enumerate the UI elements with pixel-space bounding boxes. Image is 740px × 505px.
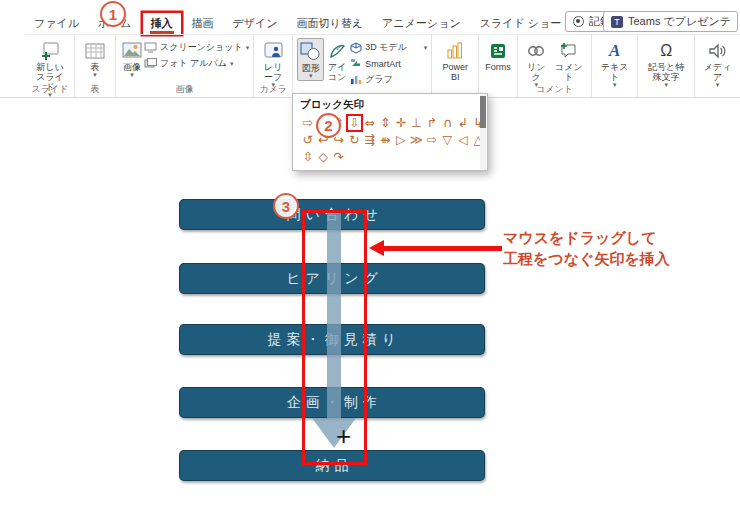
cameo-button[interactable]: レリーフ ▾ <box>258 38 288 89</box>
teams-button-label: Teams でプレゼンテ <box>628 14 731 29</box>
icons-label: アイコン <box>326 62 348 82</box>
ribbon: 新しいスライド ▾ スライド 表 ▾ 表 画像 ▾ <box>26 34 740 97</box>
ribbon-tab-2[interactable]: 挿入 <box>143 13 181 34</box>
link-chain-icon <box>526 39 546 62</box>
chevron-down-icon: ▾ <box>130 72 134 78</box>
chevron-down-icon: ▾ <box>309 73 313 79</box>
3d-models-button[interactable]: 3D モデル ▾ <box>350 40 427 55</box>
chart-icon <box>350 74 362 85</box>
step-1-badge: 1 <box>100 1 126 27</box>
powerbi-label: Power BI <box>438 62 472 82</box>
chevron-down-icon: ▾ <box>246 45 250 51</box>
table-icon <box>85 39 105 62</box>
annotation-line-2: 工程をつなぐ矢印を挿入 <box>503 248 670 269</box>
ribbon-tab-7[interactable]: スライド ショー <box>472 13 570 34</box>
text-a-icon: A <box>609 39 620 62</box>
ribbon-tab-5[interactable]: 画面切り替え <box>289 13 372 34</box>
camera-group-label: カメラ <box>254 83 292 96</box>
block-arrow-shape[interactable]: ⇶ <box>362 132 378 148</box>
teams-camera-icon: T <box>611 16 623 28</box>
chevron-down-icon: ▾ <box>613 82 617 88</box>
ribbon-tab-6[interactable]: アニメーション <box>374 13 469 34</box>
screenshot-label: スクリーンショット <box>160 41 243 54</box>
block-arrow-shape[interactable]: ↷ <box>331 149 347 165</box>
camera-group: レリーフ ▾ カメラ <box>254 35 293 97</box>
block-arrow-shape[interactable]: ↲ <box>455 115 471 131</box>
chevron-down-icon: ▾ <box>424 45 428 51</box>
comments-group-label: コメント <box>518 83 591 96</box>
block-arrow-shape[interactable]: ∩ <box>440 115 456 131</box>
powerbi-button[interactable]: Power BI <box>436 38 474 83</box>
smartart-icon <box>350 58 362 69</box>
block-arrow-shape[interactable]: ▷ <box>393 132 409 148</box>
forms-label: Forms <box>485 62 511 72</box>
links-comments-group: リンク ▾ コメント コメント <box>518 35 592 97</box>
block-arrow-shape[interactable]: ⇻ <box>378 132 394 148</box>
block-arrow-shape[interactable]: ⇨ <box>300 115 316 131</box>
screenshot-button[interactable]: スクリーンショット ▾ <box>144 40 249 55</box>
chevron-down-icon: ▾ <box>93 72 97 78</box>
step-3-badge: 3 <box>273 193 299 219</box>
ribbon-tab-0[interactable]: ファイル <box>26 13 87 34</box>
block-arrow-shape[interactable]: ◇ <box>316 149 332 165</box>
cameo-person-icon <box>264 39 283 62</box>
hummingbird-icon <box>328 39 347 62</box>
symbols-button[interactable]: Ω 記号と特殊文字 ▾ <box>642 38 690 89</box>
chart-button[interactable]: グラフ <box>350 72 427 87</box>
block-arrow-shape[interactable]: ⇳ <box>300 149 316 165</box>
chart-label: グラフ <box>365 73 393 86</box>
comment-bubble-icon <box>559 39 578 62</box>
speaker-icon <box>708 39 727 62</box>
forms-group: Forms <box>479 35 518 97</box>
photo-album-button[interactable]: フォト アルバム ▾ <box>144 56 249 71</box>
table-group-label: 表 <box>75 83 115 96</box>
powerpoint-window: ファイルホーム挿入描画デザイン画面切り替えアニメーションスライド ショー記録校閲… <box>0 0 740 505</box>
omega-icon: Ω <box>660 39 672 62</box>
crosshair-cursor: + <box>336 423 351 449</box>
block-arrow-shape[interactable]: ⇩ <box>347 115 363 131</box>
block-arrow-shape[interactable]: ◁ <box>455 132 471 148</box>
smartart-button[interactable]: SmartArt <box>350 56 427 71</box>
new-slide-icon <box>40 39 60 62</box>
ribbon-tab-4[interactable]: デザイン <box>225 13 286 34</box>
step-2-badge: 2 <box>316 113 341 138</box>
link-button[interactable]: リンク ▾ <box>522 38 551 89</box>
screenshot-icon <box>144 42 157 53</box>
picture-button[interactable]: 画像 ▾ <box>120 38 144 79</box>
forms-icon <box>489 39 507 62</box>
block-arrow-shape[interactable]: ✛ <box>393 115 409 131</box>
3d-cube-icon <box>350 42 362 54</box>
chevron-down-icon: ▾ <box>716 82 720 88</box>
highlight-rectangle <box>302 210 367 465</box>
media-button[interactable]: メディア ▾ <box>699 38 736 89</box>
teams-present-button[interactable]: T Teams でプレゼンテ <box>603 11 738 32</box>
gallery-row-2: ⇳◇↷ <box>300 148 477 165</box>
powerbi-icon <box>446 39 464 62</box>
comment-button[interactable]: コメント <box>550 38 587 83</box>
icons-button[interactable]: アイコン <box>324 38 350 83</box>
block-arrow-shape[interactable]: ↺ <box>300 132 316 148</box>
block-arrow-shape[interactable]: ⊥ <box>409 115 425 131</box>
gallery-scrollbar-thumb[interactable] <box>480 96 486 128</box>
images-group: 画像 ▾ スクリーンショット ▾ フォト アルバム ▾ 画像 <box>116 35 254 97</box>
block-arrow-shape[interactable]: ⇔ <box>362 115 378 131</box>
symbols-label: 記号と特殊文字 <box>644 62 688 82</box>
forms-button[interactable]: Forms <box>483 38 513 73</box>
ribbon-tab-3[interactable]: 描画 <box>184 13 222 34</box>
symbols-group: Ω 記号と特殊文字 ▾ <box>638 35 695 97</box>
block-arrows-section-title: ブロック矢印 <box>300 98 477 112</box>
chevron-down-icon: ▾ <box>664 82 668 88</box>
table-button[interactable]: 表 ▾ <box>83 38 107 79</box>
media-group: メディア ▾ <box>695 35 740 97</box>
block-arrow-shape[interactable]: ≫ <box>409 132 425 148</box>
block-arrow-shape[interactable]: ↱ <box>424 115 440 131</box>
block-arrow-shape[interactable]: ↻ <box>347 132 363 148</box>
block-arrow-shape[interactable]: ▽ <box>440 132 456 148</box>
shapes-button[interactable]: 図形 ▾ <box>297 38 324 81</box>
chevron-down-icon: ▾ <box>230 61 234 67</box>
picture-icon <box>122 39 142 62</box>
annotation-arrow-line <box>383 246 502 251</box>
text-button[interactable]: A テキスト ▾ <box>596 38 633 89</box>
block-arrow-shape[interactable]: ⇕ <box>378 115 394 131</box>
block-arrow-shape[interactable]: ⇨ <box>424 132 440 148</box>
